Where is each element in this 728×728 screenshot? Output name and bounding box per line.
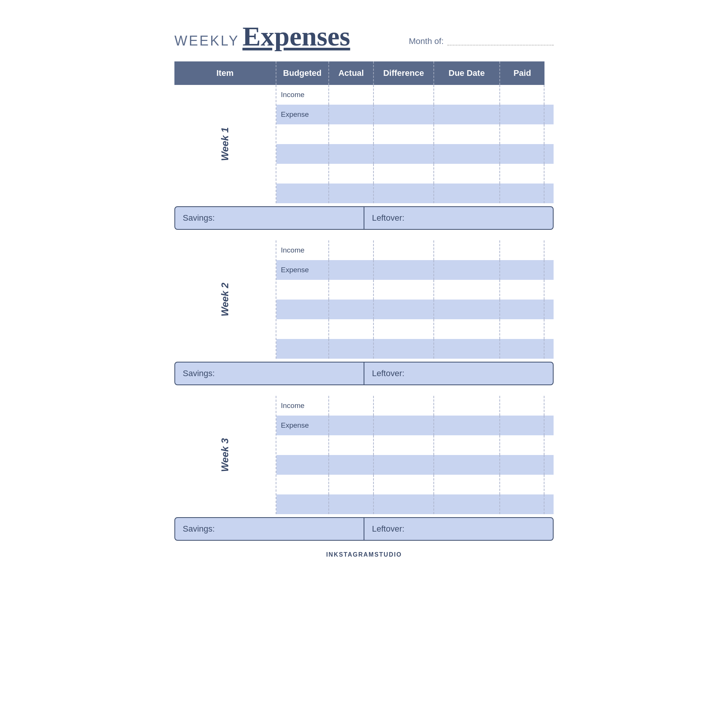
row-duedate[interactable] — [500, 300, 544, 319]
row-paid[interactable] — [544, 396, 554, 416]
row-difference[interactable] — [434, 416, 500, 435]
row-duedate[interactable] — [500, 339, 544, 359]
row-budgeted[interactable] — [329, 339, 374, 359]
row-actual[interactable] — [374, 300, 434, 319]
row-duedate[interactable] — [500, 475, 544, 494]
leftover-label[interactable]: Leftover: — [364, 518, 553, 540]
row-item[interactable] — [276, 144, 329, 164]
row-item[interactable] — [276, 300, 329, 319]
row-budgeted[interactable] — [329, 475, 374, 494]
row-difference[interactable] — [434, 164, 500, 184]
row-paid[interactable] — [544, 494, 554, 514]
row-difference[interactable] — [434, 105, 500, 124]
row-budgeted[interactable] — [329, 240, 374, 260]
row-paid[interactable] — [544, 184, 554, 203]
row-paid[interactable] — [544, 105, 554, 124]
leftover-label[interactable]: Leftover: — [364, 362, 553, 384]
row-difference[interactable] — [434, 300, 500, 319]
row-item[interactable]: Expense — [276, 416, 329, 435]
savings-label[interactable]: Savings: — [175, 518, 364, 540]
row-actual[interactable] — [374, 435, 434, 455]
row-actual[interactable] — [374, 416, 434, 435]
table-row[interactable]: Week 3Income — [174, 396, 554, 416]
row-difference[interactable] — [434, 435, 500, 455]
row-actual[interactable] — [374, 260, 434, 280]
row-item[interactable] — [276, 184, 329, 203]
row-difference[interactable] — [434, 494, 500, 514]
row-duedate[interactable] — [500, 435, 544, 455]
row-paid[interactable] — [544, 144, 554, 164]
table-row[interactable]: Week 1Income — [174, 85, 554, 105]
row-paid[interactable] — [544, 280, 554, 300]
savings-label[interactable]: Savings: — [175, 362, 364, 384]
row-budgeted[interactable] — [329, 416, 374, 435]
row-paid[interactable] — [544, 85, 554, 105]
row-item[interactable]: Income — [276, 240, 329, 260]
table-row[interactable]: Week 2Income — [174, 240, 554, 260]
row-budgeted[interactable] — [329, 280, 374, 300]
row-budgeted[interactable] — [329, 105, 374, 124]
row-budgeted[interactable] — [329, 435, 374, 455]
row-item[interactable] — [276, 494, 329, 514]
row-item[interactable]: Income — [276, 85, 329, 105]
row-difference[interactable] — [434, 240, 500, 260]
row-paid[interactable] — [544, 339, 554, 359]
row-difference[interactable] — [434, 319, 500, 339]
row-item[interactable] — [276, 124, 329, 144]
row-actual[interactable] — [374, 339, 434, 359]
row-difference[interactable] — [434, 475, 500, 494]
row-actual[interactable] — [374, 455, 434, 475]
row-duedate[interactable] — [500, 240, 544, 260]
row-actual[interactable] — [374, 124, 434, 144]
row-budgeted[interactable] — [329, 455, 374, 475]
row-budgeted[interactable] — [329, 319, 374, 339]
row-difference[interactable] — [434, 85, 500, 105]
row-budgeted[interactable] — [329, 85, 374, 105]
row-paid[interactable] — [544, 300, 554, 319]
row-paid[interactable] — [544, 260, 554, 280]
row-item[interactable] — [276, 319, 329, 339]
leftover-label[interactable]: Leftover: — [364, 207, 553, 229]
row-paid[interactable] — [544, 240, 554, 260]
row-item[interactable]: Income — [276, 396, 329, 416]
row-item[interactable] — [276, 475, 329, 494]
row-budgeted[interactable] — [329, 144, 374, 164]
row-duedate[interactable] — [500, 416, 544, 435]
savings-label[interactable]: Savings: — [175, 207, 364, 229]
row-actual[interactable] — [374, 105, 434, 124]
row-item[interactable] — [276, 164, 329, 184]
row-budgeted[interactable] — [329, 494, 374, 514]
row-paid[interactable] — [544, 455, 554, 475]
row-budgeted[interactable] — [329, 124, 374, 144]
row-paid[interactable] — [544, 124, 554, 144]
row-duedate[interactable] — [500, 494, 544, 514]
row-difference[interactable] — [434, 124, 500, 144]
row-duedate[interactable] — [500, 455, 544, 475]
row-actual[interactable] — [374, 184, 434, 203]
row-item[interactable]: Expense — [276, 260, 329, 280]
row-paid[interactable] — [544, 319, 554, 339]
row-duedate[interactable] — [500, 144, 544, 164]
row-paid[interactable] — [544, 435, 554, 455]
row-actual[interactable] — [374, 144, 434, 164]
row-actual[interactable] — [374, 240, 434, 260]
row-duedate[interactable] — [500, 396, 544, 416]
row-difference[interactable] — [434, 339, 500, 359]
row-duedate[interactable] — [500, 280, 544, 300]
month-input-line[interactable] — [447, 37, 554, 46]
row-duedate[interactable] — [500, 105, 544, 124]
row-difference[interactable] — [434, 280, 500, 300]
row-difference[interactable] — [434, 260, 500, 280]
row-actual[interactable] — [374, 164, 434, 184]
row-actual[interactable] — [374, 475, 434, 494]
row-item[interactable] — [276, 280, 329, 300]
row-budgeted[interactable] — [329, 396, 374, 416]
row-actual[interactable] — [374, 494, 434, 514]
row-duedate[interactable] — [500, 124, 544, 144]
row-actual[interactable] — [374, 85, 434, 105]
row-paid[interactable] — [544, 475, 554, 494]
row-paid[interactable] — [544, 416, 554, 435]
row-difference[interactable] — [434, 396, 500, 416]
row-actual[interactable] — [374, 280, 434, 300]
row-duedate[interactable] — [500, 85, 544, 105]
